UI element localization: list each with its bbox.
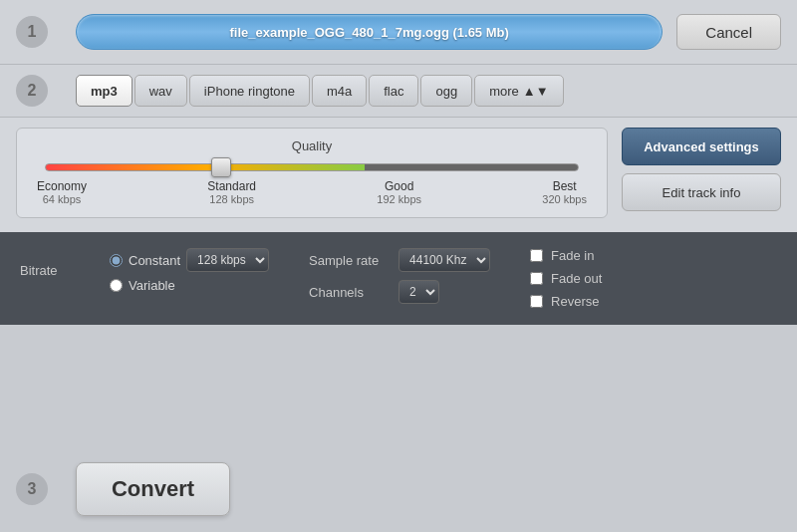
edit-track-button[interactable]: Edit track info xyxy=(622,173,781,211)
constant-radio-label[interactable]: Constant 128 kbps 64 kbps 192 kbps 320 k… xyxy=(110,248,269,272)
sample-channels-group: Sample rate 44100 Khz 22050 Khz 11025 Kh… xyxy=(309,248,490,304)
variable-radio[interactable] xyxy=(110,279,123,292)
advanced-settings-button[interactable]: Advanced settings xyxy=(622,128,781,165)
step2-row: 2 mp3 wav iPhone ringtone m4a flac ogg m… xyxy=(0,65,797,118)
advanced-panel: Bitrate Constant 128 kbps 64 kbps 192 kb… xyxy=(0,232,797,325)
variable-label: Variable xyxy=(129,278,175,293)
bitrate-row: Bitrate Constant 128 kbps 64 kbps 192 kb… xyxy=(20,248,269,293)
channels-row: Channels 2 1 xyxy=(309,280,490,304)
sample-rate-select[interactable]: 44100 Khz 22050 Khz 11025 Khz xyxy=(398,248,490,272)
fade-in-text: Fade in xyxy=(551,248,594,263)
fade-out-text: Fade out xyxy=(551,271,602,286)
tab-flac[interactable]: flac xyxy=(369,75,418,107)
cancel-button[interactable]: Cancel xyxy=(676,14,781,50)
right-buttons: Advanced settings Edit track info xyxy=(622,128,781,218)
more-label: more xyxy=(489,84,519,99)
reverse-label[interactable]: Reverse xyxy=(530,294,602,309)
effects-group: Fade in Fade out Reverse xyxy=(530,248,602,309)
bitrate-group: Bitrate Constant 128 kbps 64 kbps 192 kb… xyxy=(20,248,269,293)
mark-economy-value: 64 kbps xyxy=(37,193,87,205)
quality-slider-thumb[interactable] xyxy=(211,157,231,177)
mark-best-label: Best xyxy=(542,179,587,193)
fade-in-checkbox[interactable] xyxy=(530,249,543,262)
format-tabs: mp3 wav iPhone ringtone m4a flac ogg mor… xyxy=(76,75,564,107)
tab-wav[interactable]: wav xyxy=(134,75,187,107)
quality-panel: Quality Economy 64 kbps Standard 128 kbp… xyxy=(16,128,608,218)
spacer xyxy=(0,325,797,446)
mark-good-value: 192 kbps xyxy=(377,193,421,205)
mark-good: Good 192 kbps xyxy=(377,179,421,205)
bitrate-radio-group: Constant 128 kbps 64 kbps 192 kbps 320 k… xyxy=(110,248,269,293)
step3-number: 3 xyxy=(16,473,48,505)
fade-in-label[interactable]: Fade in xyxy=(530,248,602,263)
tab-more[interactable]: more ▲▼ xyxy=(474,75,563,107)
slider-container xyxy=(45,163,579,171)
tab-ogg[interactable]: ogg xyxy=(420,75,472,107)
reverse-checkbox[interactable] xyxy=(530,295,543,308)
page-wrapper: 1 file_example_OGG_480_1_7mg.ogg (1.65 M… xyxy=(0,0,797,532)
variable-radio-label[interactable]: Variable xyxy=(110,278,269,293)
tab-mp3[interactable]: mp3 xyxy=(76,75,133,107)
mark-standard-value: 128 kbps xyxy=(207,193,256,205)
mark-economy: Economy 64 kbps xyxy=(37,179,87,205)
bitrate-select[interactable]: 128 kbps 64 kbps 192 kbps 320 kbps xyxy=(186,248,269,272)
settings-area: Quality Economy 64 kbps Standard 128 kbp… xyxy=(0,118,797,232)
constant-label: Constant xyxy=(129,253,180,268)
mark-best-value: 320 kbps xyxy=(542,193,587,205)
tab-m4a[interactable]: m4a xyxy=(312,75,367,107)
step2-number: 2 xyxy=(16,75,48,107)
quality-slider-track xyxy=(45,163,579,171)
fade-out-checkbox[interactable] xyxy=(530,272,543,285)
convert-button[interactable]: Convert xyxy=(76,462,230,516)
step1-row: 1 file_example_OGG_480_1_7mg.ogg (1.65 M… xyxy=(0,0,797,65)
reverse-text: Reverse xyxy=(551,294,599,309)
channels-select[interactable]: 2 1 xyxy=(398,280,439,304)
mark-best: Best 320 kbps xyxy=(542,179,587,205)
bitrate-label: Bitrate xyxy=(20,263,100,278)
fade-out-label[interactable]: Fade out xyxy=(530,271,602,286)
mark-good-label: Good xyxy=(377,179,421,193)
sample-rate-row: Sample rate 44100 Khz 22050 Khz 11025 Kh… xyxy=(309,248,490,272)
slider-marks: Economy 64 kbps Standard 128 kbps Good 1… xyxy=(37,179,587,205)
channels-label: Channels xyxy=(309,285,389,300)
tab-iphone-ringtone[interactable]: iPhone ringtone xyxy=(189,75,310,107)
sample-rate-label: Sample rate xyxy=(309,253,389,268)
constant-radio[interactable] xyxy=(110,254,123,267)
file-bar: file_example_OGG_480_1_7mg.ogg (1.65 Mb) xyxy=(76,14,663,50)
mark-standard-label: Standard xyxy=(207,179,256,193)
mark-economy-label: Economy xyxy=(37,179,87,193)
quality-label: Quality xyxy=(37,138,587,153)
step3-row: 3 Convert xyxy=(0,446,797,532)
mark-standard: Standard 128 kbps xyxy=(207,179,256,205)
more-chevron-icon: ▲▼ xyxy=(523,84,549,99)
step1-number: 1 xyxy=(16,16,48,48)
